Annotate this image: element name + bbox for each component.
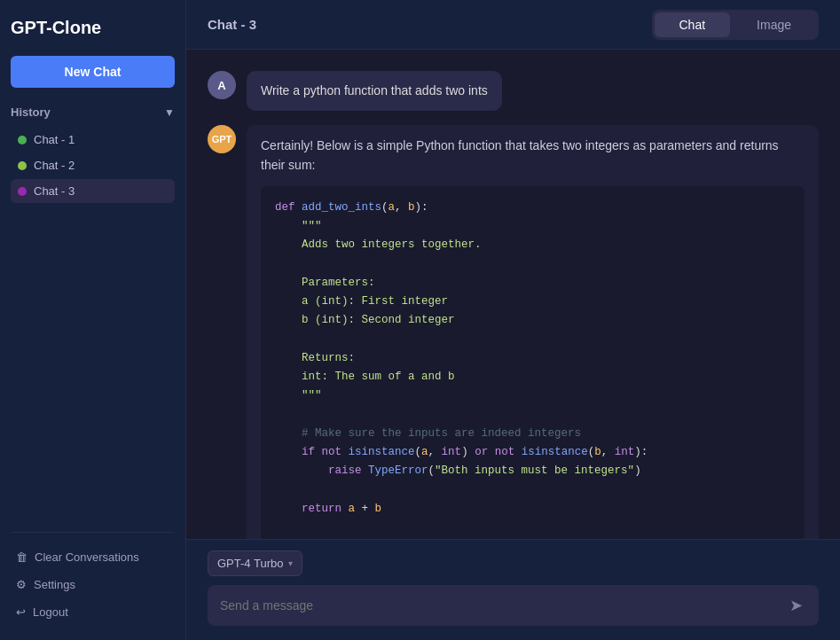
logout-icon: ↩ [16,605,26,619]
user-message-text: Write a python function that adds two in… [261,83,488,98]
bottom-bar: GPT-4 Turbo ▾ ➤ [186,539,840,640]
new-chat-button[interactable]: New Chat [11,56,175,88]
clear-conversations-button[interactable]: 🗑 Clear Conversations [11,543,175,571]
message-input-row: ➤ [208,585,819,626]
app-title: GPT-Clone [11,14,175,42]
sidebar: GPT-Clone New Chat History ▼ Chat - 1 Ch… [0,0,186,640]
message-input[interactable] [220,598,779,613]
gear-icon: ⚙ [16,578,27,591]
chat-history-label: Chat - 3 [34,184,75,198]
send-button[interactable]: ➤ [786,594,806,617]
model-label: GPT-4 Turbo [217,557,283,570]
user-avatar: A [208,71,236,99]
model-selector[interactable]: GPT-4 Turbo ▾ [208,550,302,576]
avatar-text: A [217,79,225,92]
sort-icon[interactable]: ▼ [164,106,175,119]
tab-group: Chat Image [652,10,820,40]
trash-icon: 🗑 [16,550,27,564]
sidebar-bottom: 🗑 Clear Conversations ⚙ Settings ↩ Logou… [11,532,175,626]
chat-title: Chat - 3 [208,17,256,32]
main-panel: Chat - 3 Chat Image A Write a python fun… [186,0,840,640]
sidebar-item-chat2[interactable]: Chat - 2 [11,153,175,177]
sidebar-item-chat3[interactable]: Chat - 3 [11,179,175,203]
message-row: A Write a python function that adds two … [208,71,819,111]
gpt-message-row: GPT Certainly! Below is a simple Python … [208,125,819,539]
dot-icon [18,161,27,170]
chat-history-list: Chat - 1 Chat - 2 Chat - 3 [11,128,175,532]
chevron-down-icon: ▾ [288,558,293,568]
history-header: History ▼ [11,105,175,119]
clear-conversations-label: Clear Conversations [35,550,139,564]
gpt-intro-text: Certainly! Below is a simple Python func… [261,136,805,176]
dot-icon [18,136,27,144]
logout-label: Logout [33,605,68,619]
user-message: Write a python function that adds two in… [247,71,502,111]
tab-chat[interactable]: Chat [655,12,731,37]
gpt-message: Certainly! Below is a simple Python func… [247,125,819,539]
chat-history-label: Chat - 2 [34,159,75,172]
gpt-avatar: GPT [208,125,236,153]
sidebar-item-chat1[interactable]: Chat - 1 [11,128,175,152]
logout-button[interactable]: ↩ Logout [11,598,175,626]
gpt-avatar-text: GPT [212,134,232,144]
tab-image[interactable]: Image [732,12,816,37]
chat-history-label: Chat - 1 [34,133,75,146]
dot-icon [18,187,27,196]
history-label: History [11,105,51,119]
topbar: Chat - 3 Chat Image [186,0,840,50]
settings-button[interactable]: ⚙ Settings [11,571,175,598]
code-block: def add_two_ints(a, b): """ Adds two int… [261,186,805,539]
send-icon: ➤ [789,596,803,615]
settings-label: Settings [34,578,75,591]
chat-content: A Write a python function that adds two … [186,50,840,539]
